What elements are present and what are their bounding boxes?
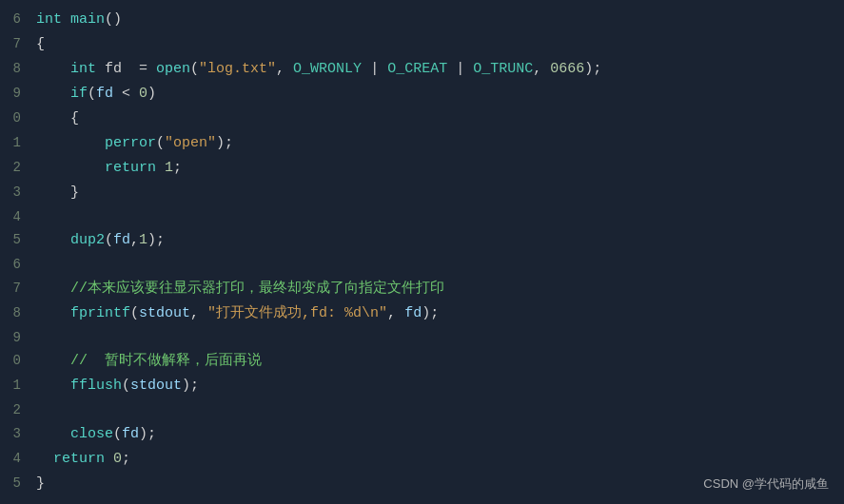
token-plain: , <box>387 305 404 321</box>
watermark: CSDN @学代码的咸鱼 <box>703 475 829 494</box>
line-number: 2 <box>0 399 36 420</box>
line-number: 4 <box>0 448 36 469</box>
token-plain <box>156 160 165 176</box>
code-line: 1 fflush(stdout); <box>0 374 844 398</box>
code-line: 6int main() <box>0 8 844 32</box>
line-content: // 暂时不做解释，后面再说 <box>36 350 262 373</box>
token-num: 0666 <box>550 61 584 77</box>
token-str: "打开文件成功,fd: %d\n" <box>207 305 387 321</box>
token-plain: , <box>276 61 293 77</box>
line-number: 6 <box>0 254 36 275</box>
code-line: 7 //本来应该要往显示器打印，最终却变成了向指定文件打印 <box>0 277 844 301</box>
token-plain: , <box>130 232 139 248</box>
token-plain <box>36 135 105 151</box>
code-line: 6 <box>0 253 844 276</box>
token-punc: ); <box>422 305 439 321</box>
token-plain <box>36 305 70 321</box>
code-line: 2 <box>0 398 844 421</box>
token-plain <box>36 353 70 369</box>
code-line: 7{ <box>0 32 844 57</box>
token-punc: ); <box>182 378 199 394</box>
token-punc: ); <box>139 426 156 442</box>
token-plain <box>105 451 113 467</box>
token-punc: } <box>36 475 45 492</box>
code-line: 1 perror("open"); <box>0 131 844 156</box>
token-fn: perror <box>105 135 156 151</box>
token-plain: | <box>362 61 387 77</box>
line-number: 5 <box>0 473 36 494</box>
token-punc: ( <box>130 305 139 321</box>
token-punc: ( <box>156 135 165 151</box>
token-str: "open" <box>165 135 216 151</box>
line-content: fprintf(stdout, "打开文件成功,fd: %d\n", fd); <box>36 302 439 325</box>
token-fn: dup2 <box>70 232 105 248</box>
token-macro: O_CREAT <box>387 61 447 77</box>
token-plain: , <box>533 61 550 77</box>
token-punc: ( <box>113 426 122 442</box>
token-kw: int <box>70 61 96 77</box>
code-line: 3 close(fd); <box>0 422 844 447</box>
line-number: 3 <box>0 423 36 444</box>
token-plain: } <box>36 184 79 201</box>
token-punc: ( <box>88 86 96 102</box>
token-plain <box>36 232 70 248</box>
token-plain <box>36 281 70 297</box>
token-var: fd <box>96 86 113 102</box>
code-line: 5 dup2(fd,1); <box>0 228 844 253</box>
token-kw: if <box>70 86 88 102</box>
token-punc: { <box>36 36 45 52</box>
token-num: 1 <box>165 160 173 176</box>
line-number: 0 <box>0 350 36 371</box>
line-number: 3 <box>0 182 36 203</box>
line-number: 0 <box>0 107 36 128</box>
token-macro: O_TRUNC <box>473 61 533 77</box>
code-line: 4 <box>0 205 844 228</box>
token-plain <box>36 426 70 442</box>
line-number: 9 <box>0 83 36 104</box>
line-content: return 0; <box>36 448 130 471</box>
line-content: fflush(stdout); <box>36 375 199 397</box>
token-plain <box>36 86 70 102</box>
code-line: 8 fprintf(stdout, "打开文件成功,fd: %d\n", fd)… <box>0 301 844 326</box>
code-editor: 6int main()7{8 int fd = open("log.txt", … <box>0 0 844 504</box>
code-line: 9 <box>0 326 844 349</box>
code-line: 0 { <box>0 107 844 131</box>
token-punc: ); <box>216 135 233 151</box>
token-plain <box>36 378 70 394</box>
token-punc: ; <box>173 160 182 176</box>
line-content: int fd = open("log.txt", O_WRONLY | O_CR… <box>36 58 601 81</box>
token-plain <box>36 451 53 467</box>
line-number: 1 <box>0 375 36 396</box>
token-fn: close <box>70 426 113 442</box>
token-macro: O_WRONLY <box>293 61 362 77</box>
code-line: 8 int fd = open("log.txt", O_WRONLY | O_… <box>0 57 844 82</box>
token-plain <box>36 61 70 77</box>
line-number: 4 <box>0 206 36 227</box>
token-kw: int <box>36 11 62 28</box>
token-var: fd <box>404 305 422 321</box>
line-number: 8 <box>0 58 36 79</box>
line-content: int main() <box>36 9 122 31</box>
line-content: if(fd < 0) <box>36 83 156 106</box>
token-punc: ; <box>122 451 130 467</box>
token-fn: main <box>70 11 105 28</box>
line-content: return 1; <box>36 157 182 180</box>
token-plain: fd = <box>96 61 156 77</box>
token-punc: ( <box>122 378 130 394</box>
line-content: close(fd); <box>36 423 156 446</box>
token-plain: < <box>113 86 139 102</box>
line-number: 1 <box>0 132 36 153</box>
token-comment: // 暂时不做解释，后面再说 <box>70 353 262 369</box>
token-str: "log.txt" <box>199 61 276 77</box>
token-var: fd <box>122 426 139 442</box>
token-var: stdout <box>139 305 190 321</box>
token-num: 0 <box>113 451 122 467</box>
token-plain <box>62 11 70 28</box>
token-num: 1 <box>139 232 147 248</box>
line-content: perror("open"); <box>36 132 233 155</box>
line-content: dup2(fd,1); <box>36 229 165 252</box>
token-fn: open <box>156 61 190 77</box>
line-number: 6 <box>0 9 36 29</box>
line-number: 7 <box>0 278 36 299</box>
token-punc: ( <box>105 232 113 248</box>
